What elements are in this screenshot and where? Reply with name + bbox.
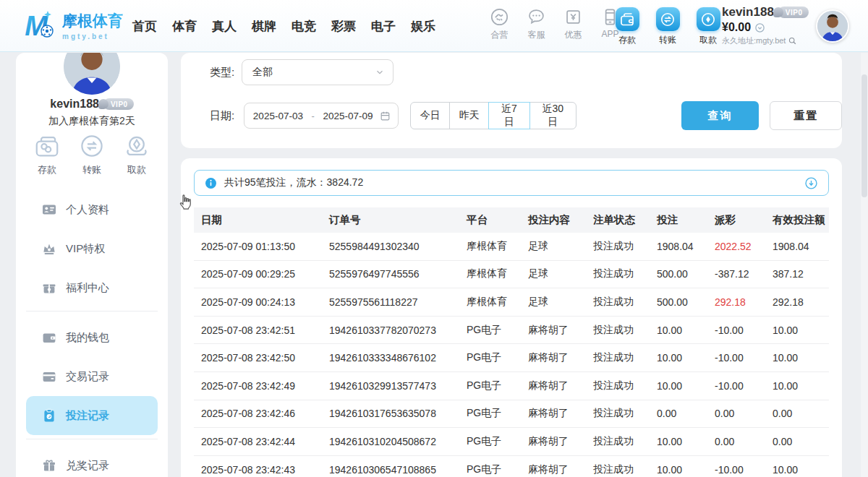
cell-date: 2025-07-09 00:24:13: [194, 296, 322, 308]
date-filter-label: 日期:: [210, 109, 239, 123]
filter-card: 类型: 全部 日期: 2025-07-03 - 2025-07-09 今日昨天近…: [181, 53, 842, 148]
cell-payout: 0.00: [707, 436, 765, 447]
range-button-today[interactable]: 今日: [410, 102, 450, 129]
cell-valid: 10.00: [765, 464, 822, 476]
col-valid: 有效投注额: [765, 213, 822, 227]
page-scrollbar-thumb[interactable]: [861, 74, 867, 197]
quick-link-partnership[interactable]: 合营: [485, 7, 514, 41]
table-row: 2025-07-08 23:42:491942610329913577473PG…: [194, 372, 829, 400]
quick-link-promo[interactable]: 优惠: [558, 7, 588, 41]
nav-item-live[interactable]: 真人: [212, 18, 237, 35]
cell-platform: PG电子: [459, 324, 521, 337]
nav-item-cards[interactable]: 棋牌: [252, 18, 276, 35]
header-quick-links: 合营客服优惠APP: [485, 7, 625, 41]
page-scrollbar-track[interactable]: [861, 53, 868, 477]
nav-item-lottery[interactable]: 彩票: [331, 18, 356, 35]
user-avatar[interactable]: [816, 9, 849, 43]
balance-expand-icon[interactable]: [754, 22, 765, 33]
sidebar-item-redeem-records[interactable]: 兑奖记录: [26, 446, 158, 477]
sidebar-quick-deposit[interactable]: 存款: [33, 132, 61, 176]
query-button[interactable]: 查询: [681, 101, 760, 130]
bet-record-icon: [42, 408, 56, 423]
wallet-action-deposit[interactable]: 存款: [611, 7, 643, 46]
sidebar-quick-withdraw[interactable]: 取款: [123, 132, 150, 176]
deposit-app-icon: [616, 7, 639, 31]
cell-payout: -10.00: [707, 380, 765, 392]
sidebar-quick-label: 转账: [82, 163, 101, 176]
col-order: 订单号: [322, 213, 459, 227]
reset-button[interactable]: 重置: [770, 101, 842, 130]
range-button-last30days[interactable]: 近30日: [529, 102, 576, 129]
user-balance: ¥0.00: [722, 21, 751, 34]
brand-logo[interactable]: M 摩根体育 mgty.bet: [22, 8, 123, 43]
sidebar-item-label: 兑奖记录: [66, 459, 109, 473]
cell-bet: 10.00: [650, 352, 707, 364]
cell-content: 麻将胡了: [521, 407, 586, 420]
nav-item-entertainment[interactable]: 娱乐: [411, 18, 435, 35]
cell-payout: -387.12: [707, 268, 765, 280]
type-select[interactable]: 全部: [242, 59, 393, 85]
sidebar-item-profile[interactable]: 个人资料: [26, 190, 158, 229]
cell-status: 投注成功: [586, 351, 650, 364]
cell-valid: 10.00: [765, 325, 822, 336]
deposit-outline-icon: [33, 132, 61, 160]
handshake-icon: [490, 7, 509, 27]
cell-bet: 1908.04: [650, 241, 707, 252]
circle-down-icon[interactable]: [804, 176, 818, 190]
table-row: 2025-07-08 23:42:511942610337782070273PG…: [194, 317, 829, 345]
quick-link-label: 优惠: [565, 29, 582, 41]
main-nav: 首页体育真人棋牌电竞彩票电子娱乐: [132, 0, 435, 52]
sidebar-item-welfare[interactable]: 福利中心: [26, 268, 158, 307]
cell-platform: 摩根体育: [459, 267, 521, 280]
range-button-yesterday[interactable]: 昨天: [449, 102, 489, 129]
cell-status: 投注成功: [586, 296, 650, 309]
cell-date: 2025-07-09 00:29:25: [194, 268, 322, 280]
nav-item-sports[interactable]: 体育: [172, 18, 197, 35]
top-header: M 摩根体育 mgty.bet 首页体育真人棋牌电竞彩票电子娱乐 合营客服优惠A…: [0, 0, 868, 52]
range-button-last7days[interactable]: 近7日: [488, 102, 529, 129]
cell-platform: PG电子: [459, 435, 521, 448]
wallet-action-withdraw[interactable]: 取款: [692, 7, 724, 46]
wallet-action-transfer[interactable]: 转账: [652, 7, 684, 46]
cell-bet: 500.00: [650, 296, 707, 308]
cell-status: 投注成功: [586, 240, 650, 253]
cell-platform: 摩根体育: [459, 296, 521, 309]
sidebar-quick-transfer[interactable]: 转账: [78, 132, 106, 176]
col-date: 日期: [194, 213, 322, 227]
table-header-row: 日期订单号平台投注内容注单状态投注派彩有效投注额: [194, 207, 829, 233]
transfer-outline-icon: [78, 132, 106, 160]
summary-bar: 共计95笔投注，流水：3824.72: [194, 170, 829, 196]
cell-valid: 387.12: [765, 268, 822, 280]
sidebar-joined-text: 加入摩根体育第2天: [16, 115, 168, 128]
table-row: 2025-07-08 23:42:441942610310204508672PG…: [194, 428, 829, 456]
my-wallet-icon: [42, 330, 56, 345]
cell-bet: 0.00: [650, 408, 707, 419]
cell-valid: 10.00: [765, 380, 822, 392]
search-address-icon[interactable]: [788, 36, 797, 46]
cell-order: 1942610333348676102: [322, 352, 459, 364]
cell-order: 5255976497745556: [322, 268, 459, 280]
cell-date: 2025-07-09 01:13:50: [194, 241, 322, 252]
cell-bet: 10.00: [650, 436, 707, 447]
table-body: 2025-07-09 01:13:505255984491302340摩根体育足…: [194, 233, 829, 477]
sidebar-item-vip[interactable]: VIP特权: [26, 229, 158, 268]
sidebar-item-label: 我的钱包: [66, 331, 109, 345]
sidebar-avatar[interactable]: [64, 53, 120, 95]
summary-text: 共计95笔投注，流水：3824.72: [224, 176, 363, 189]
nav-item-slots[interactable]: 电子: [371, 18, 396, 35]
sidebar-item-bet-records[interactable]: 投注记录: [26, 396, 158, 435]
cell-platform: PG电子: [459, 379, 521, 392]
sidebar-item-transactions[interactable]: 交易记录: [26, 357, 158, 396]
nav-item-esports[interactable]: 电竞: [292, 18, 316, 35]
wallet-action-label: 转账: [659, 34, 676, 46]
sidebar: kevin188 VIP0 加入摩根体育第2天 存款转账取款 个人资料VIP特权…: [16, 53, 168, 477]
cell-date: 2025-07-08 23:42:49: [194, 380, 322, 392]
user-name[interactable]: kevin188: [722, 5, 774, 20]
sidebar-item-label: 交易记录: [66, 370, 109, 384]
withdraw-outline-icon: [123, 132, 150, 160]
quick-link-service[interactable]: 客服: [522, 7, 551, 41]
nav-item-home[interactable]: 首页: [132, 18, 157, 35]
date-range-picker[interactable]: 2025-07-03 - 2025-07-09: [244, 103, 399, 129]
sidebar-item-my-wallet[interactable]: 我的钱包: [26, 318, 158, 357]
cell-date: 2025-07-08 23:42:43: [194, 464, 322, 476]
